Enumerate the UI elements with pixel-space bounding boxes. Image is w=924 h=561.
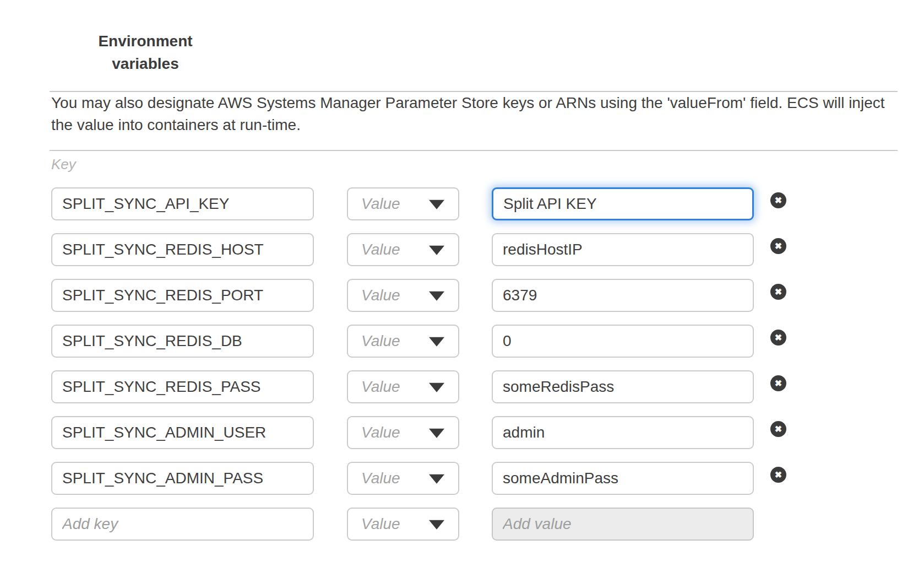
value-type-dropdown[interactable]: Value <box>347 416 459 449</box>
env-value-input[interactable] <box>492 462 754 495</box>
env-var-row: Value ✖ <box>0 279 924 312</box>
close-icon: ✖ <box>770 375 786 391</box>
caret-down-icon <box>429 383 444 392</box>
value-type-selected: Value <box>361 195 400 213</box>
env-var-row: Value ✖ <box>0 187 924 220</box>
close-icon: ✖ <box>770 330 786 346</box>
value-type-dropdown[interactable]: Value <box>347 462 459 495</box>
caret-down-icon <box>429 246 444 255</box>
section-description: You may also designate AWS Systems Manag… <box>51 92 885 136</box>
remove-row-button[interactable]: ✖ <box>770 330 786 346</box>
close-icon: ✖ <box>770 238 786 254</box>
value-type-dropdown[interactable]: Value <box>347 370 459 403</box>
section-description-line1: You may also designate AWS Systems Manag… <box>51 92 885 114</box>
environment-variables-section: Environment variables You may also desig… <box>0 0 924 561</box>
close-icon: ✖ <box>770 421 786 437</box>
caret-down-icon <box>429 292 444 301</box>
remove-row-button[interactable]: ✖ <box>770 467 786 483</box>
value-type-dropdown[interactable]: Value <box>347 233 459 266</box>
env-key-input[interactable] <box>51 370 314 403</box>
value-type-selected: Value <box>361 287 400 304</box>
close-icon: ✖ <box>770 192 786 208</box>
divider-middle <box>50 150 898 151</box>
env-value-input[interactable] <box>492 370 754 403</box>
env-var-row: Value ✖ <box>0 233 924 266</box>
env-value-input[interactable] <box>492 279 754 312</box>
value-type-selected: Value <box>361 241 400 258</box>
remove-row-button[interactable]: ✖ <box>770 375 786 391</box>
value-type-dropdown[interactable]: Value <box>347 279 459 312</box>
remove-row-button[interactable]: ✖ <box>770 284 786 300</box>
value-type-selected: Value <box>361 424 400 441</box>
env-key-input[interactable] <box>51 325 314 358</box>
env-value-input[interactable] <box>492 508 754 541</box>
env-key-input[interactable] <box>51 233 314 266</box>
value-type-selected: Value <box>361 332 400 350</box>
value-type-dropdown[interactable]: Value <box>347 508 459 541</box>
env-var-row: Value <box>0 508 924 541</box>
env-key-input[interactable] <box>51 462 314 495</box>
env-key-input[interactable] <box>51 187 314 220</box>
env-var-row: Value ✖ <box>0 416 924 449</box>
env-value-input[interactable] <box>492 325 754 358</box>
env-var-row: Value ✖ <box>0 462 924 495</box>
close-icon: ✖ <box>770 467 786 483</box>
env-var-row: Value ✖ <box>0 370 924 403</box>
env-key-input[interactable] <box>51 508 314 541</box>
value-type-selected: Value <box>361 378 400 396</box>
env-key-input[interactable] <box>51 416 314 449</box>
caret-down-icon <box>429 200 444 209</box>
section-label: Environment variables <box>85 30 206 75</box>
env-value-input[interactable] <box>492 187 754 220</box>
section-description-line2: the value into containers at run-time. <box>51 114 885 136</box>
caret-down-icon <box>429 429 444 438</box>
remove-row-button[interactable]: ✖ <box>770 421 786 437</box>
close-icon: ✖ <box>770 284 786 300</box>
caret-down-icon <box>429 337 444 347</box>
remove-row-button[interactable]: ✖ <box>770 238 786 254</box>
env-value-input[interactable] <box>492 416 754 449</box>
key-column-label: Key <box>51 156 76 173</box>
remove-row-button[interactable]: ✖ <box>770 192 786 208</box>
env-var-row: Value ✖ <box>0 325 924 358</box>
caret-down-icon <box>429 520 444 530</box>
value-type-dropdown[interactable]: Value <box>347 187 459 220</box>
env-value-input[interactable] <box>492 233 754 266</box>
value-type-selected: Value <box>361 470 400 487</box>
caret-down-icon <box>429 474 444 484</box>
value-type-dropdown[interactable]: Value <box>347 325 459 358</box>
env-key-input[interactable] <box>51 279 314 312</box>
value-type-selected: Value <box>361 515 400 533</box>
